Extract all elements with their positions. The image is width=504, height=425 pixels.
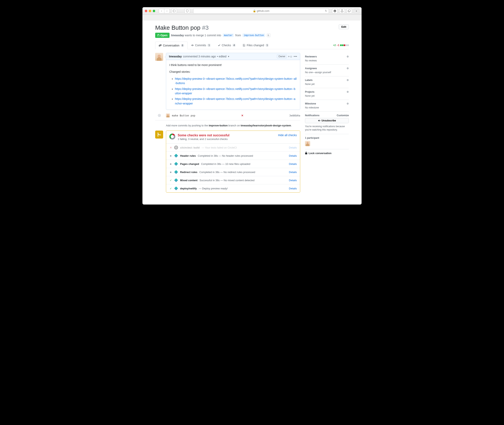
netlify-icon: [174, 154, 178, 158]
gear-icon[interactable]: ⚙: [347, 91, 349, 93]
downloads-icon[interactable]: [332, 9, 338, 13]
browser-titlebar: ‹ › 🔒 github.com ↻ +: [143, 7, 362, 15]
labels-heading: Labels: [305, 79, 313, 81]
status-neutral-icon: ■: [169, 162, 172, 166]
share-icon[interactable]: [339, 9, 345, 13]
netlify-icon: [174, 162, 178, 166]
base-branch[interactable]: master: [223, 33, 234, 37]
avatar[interactable]: [166, 113, 170, 117]
copy-icon[interactable]: ⎘: [267, 33, 270, 37]
check-details-link[interactable]: Details: [289, 179, 297, 182]
status-neutral-icon: ■: [169, 171, 172, 174]
merge-icon: [155, 131, 163, 139]
reload-icon[interactable]: ↻: [325, 9, 327, 12]
customize-link[interactable]: Customize: [337, 114, 349, 117]
netlify-icon: [174, 170, 178, 174]
commit-sha[interactable]: 3e86b0a: [289, 114, 300, 117]
checks-title: Some checks were not successful: [178, 133, 229, 137]
story-link[interactable]: https://deploy-preview-3--vibrant-spence…: [175, 87, 295, 95]
story-link[interactable]: https://deploy-preview-3--vibrant-spence…: [175, 77, 297, 85]
tab-files[interactable]: Files changed 1: [239, 41, 272, 49]
participants-heading: 1 participant: [305, 137, 319, 139]
kebab-menu[interactable]: •••: [294, 55, 297, 58]
check-item: ✓Mixed content Successful in 38s — No mi…: [166, 176, 300, 184]
status-fail-icon: ✕: [169, 146, 172, 149]
diffstat: +2 −1: [333, 44, 349, 47]
check-details-link[interactable]: Details: [289, 162, 297, 166]
tab-commits[interactable]: Commits 1: [188, 41, 214, 49]
check-details-link[interactable]: Details: [289, 146, 297, 149]
status-neutral-icon: ■: [169, 154, 172, 157]
lock-icon: 🔒: [253, 9, 256, 12]
tab-strip: [143, 15, 362, 20]
sidebar-toggle[interactable]: [171, 9, 177, 13]
circle-icon: [174, 146, 178, 150]
push-hint: Add more commits by pushing to the impro…: [166, 124, 300, 127]
gear-icon[interactable]: ⚙: [347, 102, 349, 105]
projects-heading: Projects: [305, 91, 314, 93]
unsubscribe-button[interactable]: Unsubscribe: [305, 118, 349, 123]
tab-checks[interactable]: Checks 4: [214, 41, 239, 49]
gear-icon[interactable]: ⚙: [347, 55, 349, 58]
pr-meta: tmeasday wants to merge 1 commit into: [171, 34, 221, 37]
privacy-report[interactable]: [184, 9, 190, 13]
comment-box: tmeasday commented 3 minutes ago • edite…: [166, 53, 300, 110]
status-donut-icon: [169, 133, 175, 139]
tab-conversation[interactable]: Conversation 0: [155, 42, 188, 49]
check-details-link[interactable]: Details: [289, 154, 297, 157]
reaction-button[interactable]: +☺: [288, 55, 292, 58]
check-item: ✓deploy/netlify — Deploy preview ready!D…: [166, 184, 300, 192]
owner-badge: Owner: [277, 55, 287, 58]
netlify-icon: [174, 186, 178, 190]
tabs-icon[interactable]: [347, 9, 352, 13]
assignees-heading: Assignees: [305, 67, 317, 70]
state-badge: Open: [155, 33, 170, 38]
window-minimize[interactable]: [149, 10, 151, 12]
new-tab-icon[interactable]: +: [353, 9, 359, 13]
nav-forward[interactable]: ›: [164, 9, 170, 13]
check-item: ✕ci/circleci: build — Your tests failed …: [166, 144, 300, 152]
address-bar[interactable]: 🔒 github.com ↻: [193, 8, 329, 13]
url-domain: github.com: [257, 9, 269, 12]
avatar[interactable]: [305, 141, 310, 146]
comment-author[interactable]: tmeasday: [169, 55, 182, 58]
svg-rect-4: [348, 10, 350, 11]
check-item: ■Redirect rules Completed in 38s — No re…: [166, 168, 300, 176]
lock-conversation[interactable]: Lock conversation: [305, 149, 349, 155]
svg-rect-0: [173, 10, 176, 12]
netlify-icon: [174, 178, 178, 182]
check-details-link[interactable]: Details: [289, 171, 297, 174]
head-branch[interactable]: improve-button: [242, 33, 265, 37]
notifications-heading: Notifications: [305, 114, 320, 117]
commit-row: make Button pop ✕ 3e86b0a: [166, 113, 300, 117]
window-close[interactable]: [145, 10, 147, 12]
story-link[interactable]: https://deploy-preview-3--vibrant-spence…: [175, 97, 295, 105]
status-pass-icon: ✓: [169, 179, 172, 182]
caret-down-icon[interactable]: ▼: [228, 55, 230, 58]
pr-title: Make Button pop #3: [155, 24, 209, 31]
avatar[interactable]: [155, 53, 163, 61]
nav-back[interactable]: ‹: [159, 9, 164, 13]
hide-checks-link[interactable]: Hide all checks: [278, 133, 297, 137]
commit-dot-icon: [158, 114, 161, 117]
milestone-heading: Milestone: [305, 102, 316, 105]
checks-subtitle: 1 failing, 3 neutral, and 2 successful c…: [178, 138, 229, 140]
svg-point-5: [159, 115, 160, 116]
gear-icon[interactable]: ⚙: [347, 79, 349, 81]
story-links: https://deploy-preview-3--vibrant-spence…: [169, 77, 297, 106]
edit-button[interactable]: Edit: [339, 24, 349, 29]
window-zoom[interactable]: [153, 10, 155, 12]
reviewers-heading: Reviewers: [305, 55, 317, 58]
check-item: ■Header rules Completed in 38s — No head…: [166, 152, 300, 160]
check-item: ■Pages changed Completed in 38s — 10 new…: [166, 160, 300, 168]
check-details-link[interactable]: Details: [289, 187, 297, 190]
status-fail-icon: ✕: [241, 114, 243, 117]
gear-icon[interactable]: ⚙: [347, 67, 349, 70]
status-pass-icon: ✓: [169, 187, 172, 190]
